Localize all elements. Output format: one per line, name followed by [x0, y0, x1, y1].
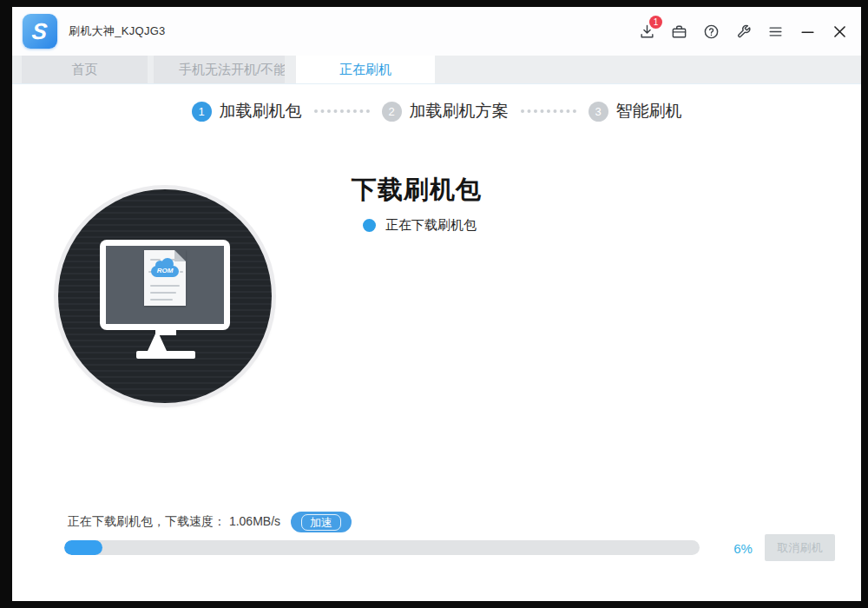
rom-cloud-icon: ROM [151, 266, 179, 277]
step-1-label: 加载刷机包 [220, 100, 302, 122]
download-illustration: ROM [58, 189, 272, 403]
titlebar-actions: 1 [637, 22, 849, 41]
download-icon[interactable]: 1 [637, 22, 656, 41]
toolbox-icon[interactable] [669, 22, 688, 41]
accelerate-label: 加速 [301, 514, 341, 531]
monitor-screen: ROM [106, 246, 224, 324]
monitor-stand-base [136, 351, 195, 359]
minimize-icon[interactable] [798, 22, 817, 41]
step-1-number: 1 [192, 102, 212, 122]
task-bullet-icon [363, 219, 376, 232]
notification-badge: 1 [649, 16, 662, 29]
step-indicator: 1 加载刷机包 2 加载刷机方案 3 智能刷机 [12, 100, 861, 122]
step-1-load-package: 1 加载刷机包 [192, 100, 302, 122]
app-logo-letter: S [31, 20, 49, 43]
step-connector [521, 109, 576, 113]
download-status-row: 正在下载刷机包，下载速度： 1.06MB/s 加速 [68, 512, 352, 532]
task-label: 正在下载刷机包 [385, 217, 477, 234]
accelerate-button[interactable]: 加速 [291, 512, 352, 532]
wrench-icon[interactable] [733, 22, 753, 41]
monitor-stand-neck [148, 330, 167, 351]
page-title: 下载刷机包 [352, 173, 482, 208]
progress-percent-label: 6% [724, 541, 762, 556]
menu-icon[interactable] [766, 22, 785, 41]
step-3-number: 3 [589, 102, 608, 122]
help-icon[interactable] [701, 22, 720, 41]
step-connector [314, 109, 370, 113]
step-2-label: 加载刷机方案 [410, 100, 509, 122]
cancel-flash-button[interactable]: 取消刷机 [765, 534, 835, 561]
tab-flashing-active[interactable]: 正在刷机 [296, 56, 435, 83]
download-status-text: 正在下载刷机包，下载速度： 1.06MB/s [68, 514, 280, 530]
monitor-icon: ROM [100, 240, 230, 330]
progress-fill [64, 540, 102, 555]
titlebar: S 刷机大神_KJQJG3 1 [12, 7, 861, 56]
app-window: S 刷机大神_KJQJG3 1 [12, 7, 861, 601]
tab-home[interactable]: 首页 [22, 56, 148, 83]
task-item: 正在下载刷机包 [363, 217, 477, 234]
app-logo: S [23, 14, 57, 49]
main-content: 1 加载刷机包 2 加载刷机方案 3 智能刷机 [12, 84, 861, 601]
step-3-label: 智能刷机 [616, 100, 682, 122]
tab-phone-wont-boot[interactable]: 手机无法开机/不能 [154, 56, 285, 83]
app-title: 刷机大神_KJQJG3 [69, 23, 166, 39]
close-icon[interactable] [830, 22, 849, 41]
progress-bar [64, 540, 700, 555]
step-2-load-plan: 2 加载刷机方案 [382, 100, 509, 122]
rom-label: ROM [151, 267, 179, 274]
step-3-smart-flash: 3 智能刷机 [589, 100, 682, 122]
step-2-number: 2 [382, 102, 402, 122]
rom-file-icon: ROM [144, 250, 186, 306]
tab-bar: 首页 手机无法开机/不能 正在刷机 [12, 56, 861, 84]
